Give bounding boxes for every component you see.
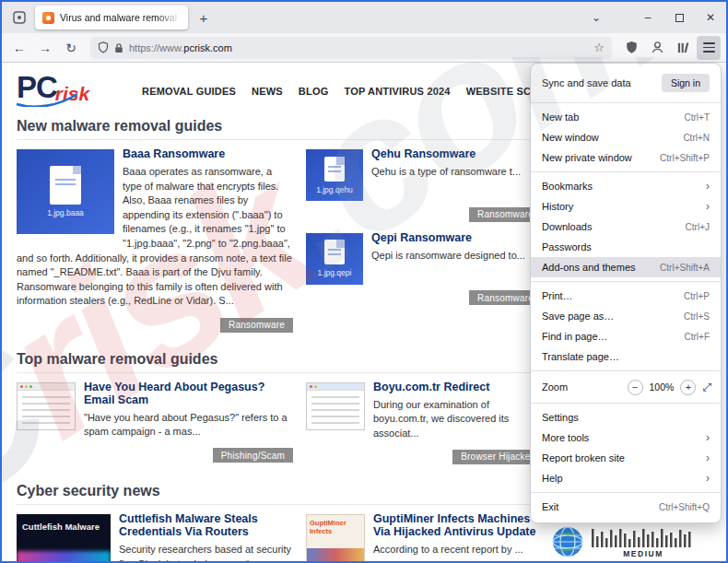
account-icon[interactable] [645, 36, 669, 60]
menu-item-translate-page[interactable]: Translate page… [531, 346, 721, 367]
forward-button[interactable]: → [33, 36, 57, 60]
tag-row: Browser Hijacker [306, 447, 542, 464]
browser-tab[interactable]: Virus and malware removal inst [35, 6, 188, 29]
article-qepi: 1.jpg.qepi Qepi Ransomware Qepi is ranso… [306, 231, 542, 306]
menu-item-help[interactable]: Help› [531, 468, 721, 488]
logo-swoosh [15, 92, 81, 107]
menu-item-exit[interactable]: ExitCtrl+Shift+Q [531, 497, 721, 517]
site-nav: REMOVAL GUIDES NEWS BLOG TOP ANTIVIRUS 2… [142, 86, 568, 97]
tag-ransomware[interactable]: Ransomware [220, 318, 293, 333]
extensions-icon[interactable] [671, 36, 695, 60]
nav-link-removal-guides[interactable]: REMOVAL GUIDES [142, 86, 236, 97]
article-qehu-thumbnail[interactable]: 1.jpg.qehu [306, 149, 363, 201]
thumbnail-strip [307, 548, 364, 561]
nav-link-news[interactable]: NEWS [252, 86, 283, 97]
menu-item-new-private-window[interactable]: New private windowCtrl+Shift+P [531, 147, 721, 168]
section-title-top-malware: Top malware removal guides [17, 351, 542, 373]
menu-item-print[interactable]: Print…Ctrl+P [531, 286, 721, 306]
menu-separator [531, 492, 721, 493]
menu-item-addons-and-themes[interactable]: Add-ons and themesCtrl+Shift+A [531, 257, 721, 277]
url-domain: pcrisk.com [183, 42, 232, 53]
section-title-cyber-news: Cyber security news [17, 483, 542, 505]
thumbnail-caption: 1.jpg.qepi [318, 268, 352, 277]
back-button[interactable]: ← [7, 36, 31, 60]
menu-separator [531, 370, 721, 371]
threat-level-widget[interactable]: MEDIUM [551, 525, 695, 558]
article-pegasus-thumbnail[interactable] [17, 382, 76, 430]
menu-button[interactable] [697, 36, 721, 60]
globe-icon [551, 525, 584, 558]
nav-link-blog[interactable]: BLOG [299, 86, 329, 97]
thumbnail-label: GuptiMiner Infects [307, 515, 364, 535]
tag-browser-hijacker[interactable]: Browser Hijacker [452, 450, 542, 464]
url-bar[interactable]: https://www.pcrisk.com ☆ [90, 37, 612, 59]
sign-in-button[interactable]: Sign in [662, 74, 710, 92]
section2-columns: Have You Heard About Pegasus? Email Scam… [17, 381, 542, 474]
menu-item-history[interactable]: History› [531, 196, 721, 217]
thumbnail-glow [17, 551, 111, 561]
sync-label: Sync and save data [542, 77, 662, 88]
bookmark-star-icon[interactable]: ☆ [593, 41, 605, 54]
zoom-in-button[interactable]: + [680, 380, 696, 395]
article-cuttlefish-thumbnail[interactable]: Cuttlefish Malware [17, 514, 111, 561]
file-icon [324, 240, 345, 264]
section2-left-column: Have You Heard About Pegasus? Email Scam… [17, 381, 293, 474]
thumbnail-caption: 1.jpg.baaa [47, 208, 84, 217]
article-guptiminer: GuptiMiner Infects GuptiMiner Infects Ma… [306, 512, 542, 557]
chevron-right-icon: › [706, 180, 710, 193]
menu-item-save-page-as[interactable]: Save page as…Ctrl+S [531, 306, 721, 326]
article-boyu-thumbnail[interactable] [306, 382, 365, 430]
chevron-right-icon: › [706, 200, 710, 213]
menu-item-downloads[interactable]: DownloadsCtrl+J [531, 217, 721, 237]
menu-separator [531, 171, 721, 172]
menu-item-passwords[interactable]: Passwords [531, 237, 721, 257]
tag-phishing-scam[interactable]: Phishing/Scam [213, 448, 293, 463]
section3-right-column: GuptiMiner Infects GuptiMiner Infects Ma… [306, 512, 542, 561]
article-qepi-thumbnail[interactable]: 1.jpg.qepi [306, 233, 363, 285]
list-all-tabs-button[interactable]: ⌄ [584, 6, 608, 29]
zoom-out-button[interactable]: − [628, 380, 643, 395]
article-boyu: Boyu.com.tr Redirect During our examinat… [306, 381, 542, 464]
main-content: PCrisk REMOVAL GUIDES NEWS BLOG TOP ANTI… [2, 63, 542, 561]
close-button[interactable]: ✕ [695, 2, 726, 33]
tag-row: Phishing/Scam [17, 446, 293, 463]
tracking-protection-shield-icon[interactable] [98, 41, 109, 53]
menu-item-report-broken-site[interactable]: Report broken site› [531, 448, 721, 468]
nav-link-top-antivirus[interactable]: TOP ANTIVIRUS 2024 [344, 86, 450, 97]
chevron-right-icon: › [706, 452, 710, 464]
menu-separator [531, 102, 721, 103]
zoom-value[interactable]: 100% [650, 381, 675, 393]
section3-columns: Cuttlefish Malware Cuttlefish Malware St… [17, 512, 542, 561]
menu-item-settings[interactable]: Settings [531, 407, 721, 428]
menu-sync-row: Sync and save data Sign in [531, 69, 721, 99]
browser-window: Virus and malware removal inst + ⌄ – ✕ ←… [0, 0, 728, 563]
file-icon [50, 166, 81, 205]
tab-bar: Virus and malware removal inst + ⌄ – ✕ [2, 2, 726, 33]
section1-left-column: 1.jpg.baaa Baaa Ransomware Baaa operates… [17, 147, 293, 342]
menu-item-find-in-page[interactable]: Find in page…Ctrl+F [531, 326, 721, 346]
threat-meter: MEDIUM [592, 527, 695, 558]
tag-row: Ransomware [17, 315, 293, 333]
article-baaa-thumbnail[interactable]: 1.jpg.baaa [17, 149, 114, 234]
menu-item-new-tab[interactable]: New tabCtrl+T [531, 107, 721, 127]
section-title-new-malware: New malware removal guides [17, 118, 542, 140]
article-guptiminer-thumbnail[interactable]: GuptiMiner Infects [306, 514, 365, 561]
zoom-label: Zoom [540, 381, 621, 393]
thumbnail-text-lines [22, 396, 70, 426]
reload-button[interactable]: ↻ [59, 36, 83, 60]
pcrisk-logo[interactable]: PCrisk [17, 70, 129, 109]
menu-item-bookmarks[interactable]: Bookmarks› [531, 176, 721, 196]
firefox-view-icon[interactable] [7, 6, 31, 29]
menu-item-more-tools[interactable]: More tools› [531, 428, 721, 448]
article-baaa: 1.jpg.baaa Baaa Ransomware Baaa operates… [17, 147, 293, 333]
new-tab-button[interactable]: + [192, 6, 216, 29]
chevron-right-icon: › [706, 431, 710, 444]
maximize-button[interactable] [663, 2, 695, 33]
menu-item-new-window[interactable]: New windowCtrl+N [531, 127, 721, 147]
lock-icon[interactable] [114, 42, 123, 53]
fullscreen-icon[interactable]: ⤢ [702, 381, 711, 393]
thumbnail-titlebar [18, 383, 75, 391]
adblock-shield-icon[interactable] [619, 36, 643, 60]
hamburger-icon [703, 42, 715, 53]
minimize-button[interactable]: – [632, 2, 663, 33]
